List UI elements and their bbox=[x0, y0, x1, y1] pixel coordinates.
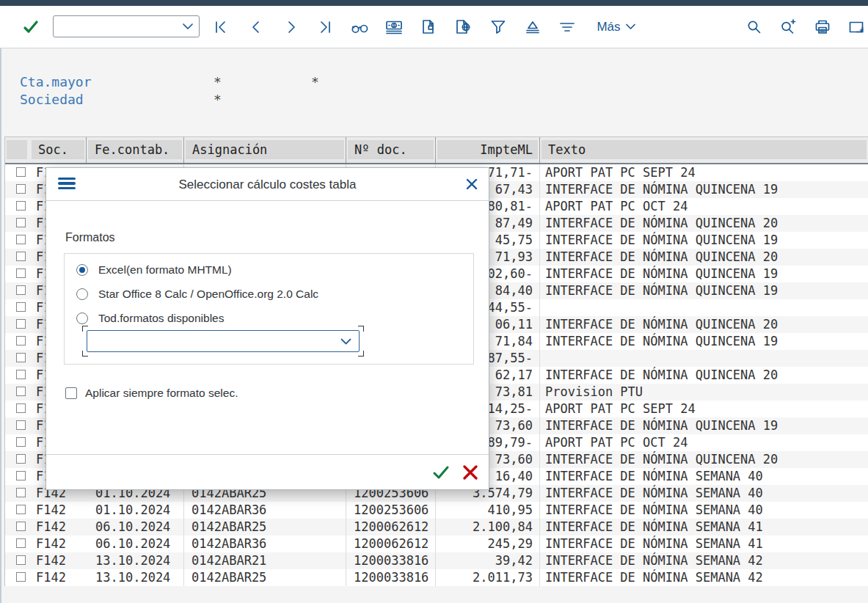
cell-texto[interactable]: INTERFACE DE NÓMINA QUINCENA 19 bbox=[540, 417, 868, 434]
print-button[interactable] bbox=[812, 6, 834, 48]
cell-texto[interactable]: INTERFACE DE NÓMINA QUINCENA 19 bbox=[540, 333, 868, 350]
row-checkbox[interactable] bbox=[16, 555, 26, 565]
cta-mayor-value-from[interactable]: * bbox=[214, 74, 222, 89]
cell-ndoc[interactable]: 1200253606 bbox=[346, 502, 436, 519]
cell-texto[interactable]: INTERFACE DE NÓMINA QUINCENA 19 bbox=[540, 232, 868, 249]
cell-impteml[interactable]: 245,29 bbox=[436, 536, 540, 552]
cell-fecontab[interactable]: 13.10.2024 bbox=[87, 569, 184, 586]
column-header-fecontab[interactable]: Fe.contab. bbox=[87, 137, 184, 163]
cell-ndoc[interactable]: 1200033816 bbox=[346, 552, 436, 569]
apply-always-checkbox-row[interactable]: Aplicar siempre formato selec. bbox=[65, 385, 238, 401]
open-new-window-favorite-button[interactable]: ★ bbox=[845, 6, 867, 48]
cell-texto[interactable]: INTERFACE DE NÓMINA QUINCENA 20 bbox=[540, 249, 868, 266]
column-header-ndoc[interactable]: Nº doc. bbox=[346, 137, 436, 163]
row-checkbox[interactable] bbox=[16, 268, 26, 278]
row-checkbox[interactable] bbox=[16, 403, 26, 413]
row-checkbox[interactable] bbox=[16, 572, 26, 582]
cell-impteml[interactable]: 2.100,84 bbox=[436, 519, 540, 536]
row-checkbox[interactable] bbox=[16, 420, 26, 430]
protect-document-icon[interactable] bbox=[418, 6, 439, 48]
cell-texto[interactable]: INTERFACE DE NÓMINA SEMANA 40 bbox=[540, 485, 868, 502]
cell-soc[interactable]: F142 bbox=[30, 536, 87, 552]
cell-asignacion[interactable]: 0142ABAR25 bbox=[184, 569, 346, 586]
cell-ndoc[interactable]: 1200062612 bbox=[346, 519, 436, 536]
cell-texto[interactable] bbox=[540, 299, 868, 316]
export-web-document-icon[interactable] bbox=[453, 6, 473, 48]
cell-soc[interactable]: F142 bbox=[30, 502, 87, 519]
next-page-button[interactable] bbox=[282, 6, 301, 48]
row-checkbox[interactable] bbox=[16, 167, 26, 177]
cell-ndoc[interactable]: 1200062612 bbox=[346, 536, 436, 552]
cell-texto[interactable]: INTERFACE DE NÓMINA QUINCENA 20 bbox=[540, 451, 868, 468]
row-checkbox[interactable] bbox=[16, 252, 26, 261]
last-page-button[interactable] bbox=[316, 6, 335, 48]
row-checkbox[interactable] bbox=[16, 538, 26, 548]
checkbox-box[interactable] bbox=[65, 387, 77, 399]
column-header-impteml[interactable]: ImpteML bbox=[436, 137, 540, 163]
row-checkbox[interactable] bbox=[16, 370, 26, 379]
row-checkbox[interactable] bbox=[16, 235, 26, 244]
confirm-button[interactable] bbox=[21, 6, 41, 48]
search-button[interactable] bbox=[743, 6, 765, 48]
row-checkbox[interactable] bbox=[16, 218, 26, 227]
cell-texto[interactable]: Provision PTU bbox=[540, 384, 868, 401]
cell-soc[interactable]: F142 bbox=[30, 519, 87, 536]
row-checkbox[interactable] bbox=[16, 336, 26, 346]
row-checkbox[interactable] bbox=[16, 387, 26, 396]
cell-asignacion[interactable]: 0142ABAR25 bbox=[184, 519, 346, 536]
row-checkbox[interactable] bbox=[16, 454, 26, 464]
row-checkbox[interactable] bbox=[16, 353, 26, 362]
previous-page-button[interactable] bbox=[247, 6, 266, 48]
cell-soc[interactable]: F142 bbox=[30, 552, 87, 569]
cell-asignacion[interactable]: 0142ABAR21 bbox=[184, 552, 346, 569]
more-menu-button[interactable]: Más bbox=[591, 6, 642, 48]
cell-texto[interactable] bbox=[540, 350, 868, 367]
cell-texto[interactable]: INTERFACE DE NÓMINA QUINCENA 20 bbox=[540, 367, 868, 384]
cell-texto[interactable]: APORT PAT PC OCT 24 bbox=[540, 434, 868, 451]
row-checkbox[interactable] bbox=[16, 302, 26, 312]
cell-texto[interactable]: INTERFACE DE NÓMINA SEMANA 41 bbox=[540, 536, 868, 552]
cell-texto[interactable]: APORT PAT PC SEPT 24 bbox=[540, 401, 868, 417]
cell-asignacion[interactable]: 0142ABAR36 bbox=[184, 502, 346, 519]
filter-icon[interactable] bbox=[488, 6, 508, 48]
sociedad-value-from[interactable]: * bbox=[214, 92, 222, 107]
cell-fecontab[interactable]: 01.10.2024 bbox=[87, 502, 184, 519]
column-header-soc[interactable]: Soc. bbox=[30, 137, 87, 163]
cell-fecontab[interactable]: 06.10.2024 bbox=[87, 536, 184, 552]
cell-texto[interactable]: INTERFACE DE NÓMINA SEMANA 41 bbox=[540, 519, 868, 536]
display-glasses-icon[interactable] bbox=[349, 6, 370, 48]
command-field[interactable] bbox=[53, 15, 200, 37]
cell-texto[interactable]: INTERFACE DE NÓMINA SEMANA 40 bbox=[540, 502, 868, 519]
close-icon[interactable] bbox=[465, 178, 478, 191]
row-checkbox[interactable] bbox=[16, 184, 26, 194]
sort-descending-icon[interactable] bbox=[556, 6, 578, 48]
cell-soc[interactable]: F142 bbox=[30, 569, 87, 586]
row-checkbox[interactable] bbox=[16, 488, 26, 497]
cell-texto[interactable]: INTERFACE DE NÓMINA QUINCENA 19 bbox=[540, 181, 868, 198]
first-page-button[interactable] bbox=[211, 6, 230, 48]
radio-option-all-formats[interactable]: Tod.formatos disponibles bbox=[76, 310, 224, 326]
cell-texto[interactable]: INTERFACE DE NÓMINA QUINCENA 19 bbox=[540, 282, 868, 299]
dialog-confirm-button[interactable] bbox=[431, 463, 451, 482]
cell-texto[interactable]: INTERFACE DE NÓMINA QUINCENA 20 bbox=[540, 316, 868, 333]
row-checkbox[interactable] bbox=[16, 437, 26, 447]
cell-ndoc[interactable]: 1200033816 bbox=[346, 569, 436, 586]
cell-texto[interactable]: INTERFACE DE NÓMINA SEMANA 42 bbox=[540, 552, 868, 569]
cell-texto[interactable]: INTERFACE DE NÓMINA QUINCENA 19 bbox=[540, 266, 868, 282]
row-checkbox[interactable] bbox=[16, 201, 26, 211]
format-dropdown[interactable] bbox=[87, 330, 360, 352]
column-header-asignacion[interactable]: Asignación bbox=[184, 137, 346, 163]
cell-impteml[interactable]: 410,95 bbox=[436, 502, 540, 519]
row-checkbox[interactable] bbox=[16, 319, 26, 329]
cta-mayor-value-to[interactable]: * bbox=[311, 74, 319, 89]
cell-texto[interactable]: INTERFACE DE NÓMINA QUINCENA 20 bbox=[540, 215, 868, 232]
row-checkbox[interactable] bbox=[16, 471, 26, 480]
cell-impteml[interactable]: 39,42 bbox=[436, 552, 540, 569]
cell-fecontab[interactable]: 06.10.2024 bbox=[87, 519, 184, 536]
column-header-texto[interactable]: Texto bbox=[540, 137, 868, 163]
sort-ascending-icon[interactable] bbox=[522, 6, 544, 48]
radio-option-staroffice-calc[interactable]: Star Office 8 Calc / OpenOffice.org 2.0 … bbox=[76, 286, 318, 302]
cell-fecontab[interactable]: 13.10.2024 bbox=[87, 552, 184, 569]
radio-option-excel-mhtml[interactable]: Excel(en formato MHTML) bbox=[76, 262, 232, 278]
row-checkbox[interactable] bbox=[16, 285, 26, 295]
